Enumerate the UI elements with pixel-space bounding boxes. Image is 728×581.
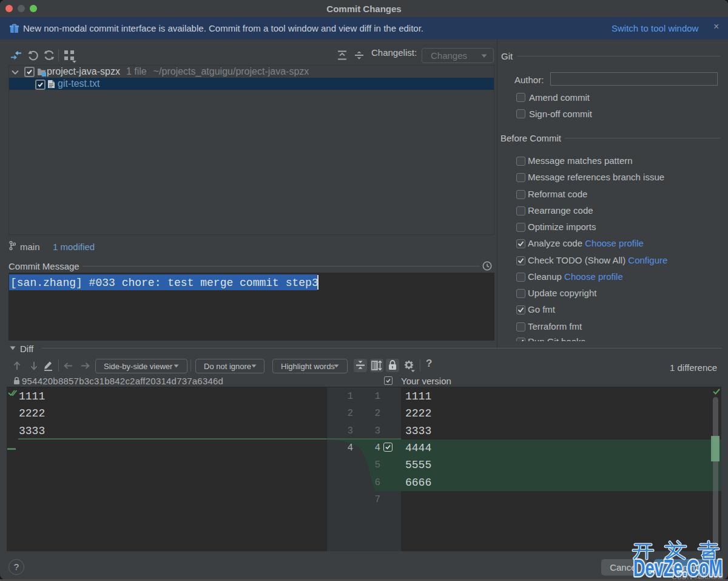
svg-text:CSDN @: CSDN @ — [672, 573, 702, 579]
